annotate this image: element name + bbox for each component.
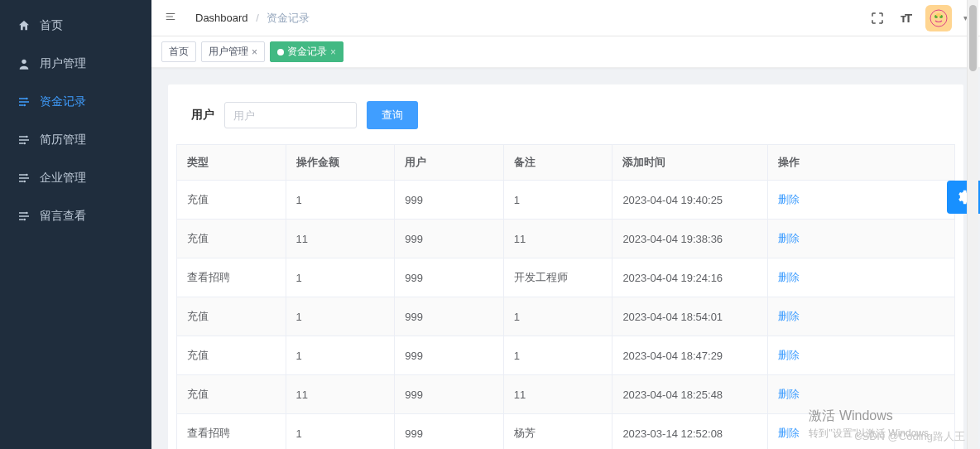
cell-amount: 1 [286,336,395,375]
sliders-icon [17,171,31,186]
cell-amount: 1 [286,258,395,297]
cell-action: 删除 [768,414,955,450]
svg-point-7 [26,212,28,215]
sliders-icon [17,94,31,109]
svg-point-11 [930,10,947,27]
close-icon[interactable]: × [252,46,257,58]
home-icon [17,18,31,33]
cell-action: 删除 [768,258,955,297]
th-remark: 备注 [503,145,612,181]
cell-type: 充值 [177,375,286,414]
cell-user: 999 [395,414,504,450]
cell-time: 2023-04-04 19:40:25 [612,181,768,220]
table-row: 查看招聘1999杨芳2023-03-14 12:52:08删除 [177,414,955,450]
sidebar-item-label: 资金记录 [40,94,86,109]
tab-funds[interactable]: 资金记录 × [270,41,343,62]
tab-users[interactable]: 用户管理 × [201,41,265,62]
cell-remark: 1 [503,336,612,375]
sidebar-item-home[interactable]: 首页 [0,7,151,45]
table-row: 查看招聘1999开发工程师2023-04-04 19:24:16删除 [177,258,955,297]
sidebar-item-label: 简历管理 [40,133,86,147]
tabs-bar: 首页 用户管理 × 资金记录 × [151,36,980,68]
svg-point-8 [23,219,26,221]
cell-action: 删除 [768,297,955,336]
cell-action: 删除 [768,220,955,258]
content-area: 用户 查询 类型 操作金额 用户 备注 添加时间 操作 [151,68,980,449]
sidebar-item-label: 留言查看 [40,209,86,224]
cell-time: 2023-04-04 18:54:01 [612,297,768,336]
sliders-icon [17,133,31,147]
svg-point-4 [23,142,26,145]
delete-link[interactable]: 删除 [778,388,800,400]
th-action: 操作 [768,145,955,181]
delete-link[interactable]: 删除 [778,193,800,205]
search-button[interactable]: 查询 [367,101,418,129]
cell-time: 2023-04-04 18:25:48 [612,375,768,414]
th-time: 添加时间 [612,145,768,181]
cell-time: 2023-04-04 19:24:16 [612,258,768,297]
tab-label: 用户管理 [209,45,248,59]
sidebar-item-messages[interactable]: 留言查看 [0,197,151,235]
delete-link[interactable]: 删除 [778,232,800,244]
cell-remark: 杨芳 [503,414,612,450]
scrollbar-vertical[interactable] [967,0,978,449]
table-row: 充值199912023-04-04 18:54:01删除 [177,297,955,336]
cell-time: 2023-03-14 12:52:08 [612,414,768,450]
table-row: 充值11999112023-04-04 19:38:36删除 [177,220,955,258]
scrollbar-thumb[interactable] [969,5,977,71]
svg-point-2 [23,104,26,107]
cell-type: 充值 [177,336,286,375]
sidebar-item-enterprise[interactable]: 企业管理 [0,159,151,197]
cell-type: 查看招聘 [177,258,286,297]
cell-remark: 开发工程师 [503,258,612,297]
close-icon[interactable]: × [330,46,336,58]
svg-point-3 [26,136,28,138]
cell-remark: 11 [503,220,612,258]
cell-action: 删除 [768,181,955,220]
cell-type: 充值 [177,181,286,220]
table-row: 充值199912023-04-04 19:40:25删除 [177,181,955,220]
sidebar-item-resume[interactable]: 简历管理 [0,121,151,159]
sidebar-item-funds[interactable]: 资金记录 [0,83,151,121]
cell-remark: 11 [503,375,612,414]
sidebar-item-label: 用户管理 [40,56,86,71]
th-type: 类型 [177,145,286,181]
sidebar-item-label: 首页 [40,18,63,33]
fullscreen-icon[interactable] [869,10,886,27]
avatar[interactable] [925,5,952,31]
delete-link[interactable]: 删除 [778,310,800,322]
user-input[interactable] [224,102,357,128]
cell-amount: 11 [286,220,395,258]
tab-label: 首页 [169,45,189,59]
breadcrumb-first[interactable]: Dashboard [195,12,248,24]
delete-link[interactable]: 删除 [778,427,800,439]
tab-label: 资金记录 [287,45,327,59]
card: 用户 查询 类型 操作金额 用户 备注 添加时间 操作 [168,84,963,449]
svg-point-0 [22,60,26,64]
tab-home[interactable]: 首页 [161,41,196,62]
cell-amount: 11 [286,375,395,414]
breadcrumb-sep: / [256,12,259,24]
cell-amount: 1 [286,414,395,450]
sidebar-item-users[interactable]: 用户管理 [0,45,151,83]
table-row: 充值11999112023-04-04 18:25:48删除 [177,375,955,414]
cell-user: 999 [395,220,504,258]
active-dot-icon [277,49,284,56]
breadcrumb: Dashboard / 资金记录 [195,11,310,26]
delete-link[interactable]: 删除 [778,271,800,283]
cell-user: 999 [395,375,504,414]
cell-time: 2023-04-04 19:38:36 [612,220,768,258]
cell-action: 删除 [768,375,955,414]
svg-point-12 [936,13,941,17]
hamburger-icon[interactable] [164,11,180,26]
user-icon [17,56,31,71]
sliders-icon [17,209,31,224]
cell-amount: 1 [286,181,395,220]
delete-link[interactable]: 删除 [778,349,800,361]
cell-time: 2023-04-04 18:47:29 [612,336,768,375]
svg-point-6 [23,181,26,183]
svg-point-1 [26,98,28,100]
font-size-icon[interactable]: тT [897,10,914,27]
cell-type: 充值 [177,220,286,258]
cell-user: 999 [395,297,504,336]
